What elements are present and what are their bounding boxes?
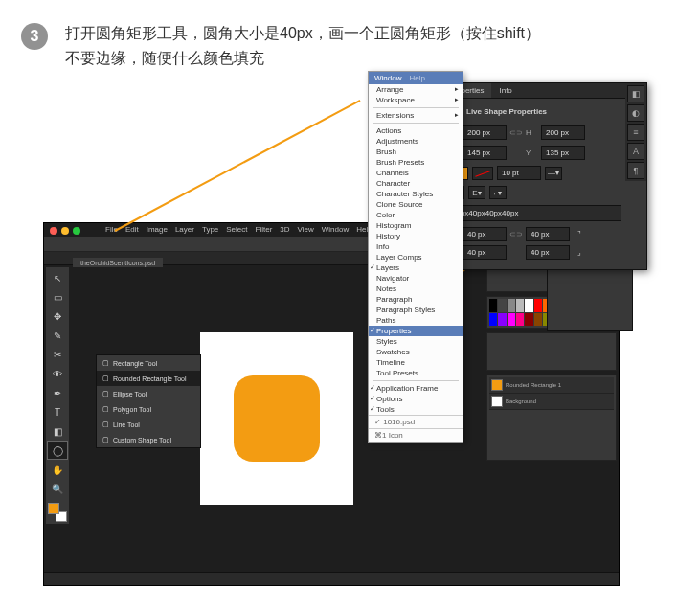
panel-icon[interactable]: A [627,143,644,160]
tool-button[interactable]: ✎ [48,327,67,344]
window-menu-item[interactable]: Tools [369,404,463,415]
stroke-swatch[interactable] [472,167,493,180]
corner-tr-input[interactable]: 40 px [526,227,570,241]
window-menu-item[interactable]: History [369,231,463,241]
tool-button[interactable]: 👁 [48,365,67,382]
window-menu-item[interactable]: Character [369,178,463,189]
flyout-item[interactable]: ▢Custom Shape Tool [97,432,200,447]
swatch[interactable] [498,299,506,312]
window-menu-item[interactable]: Arrange [369,84,463,95]
join-button[interactable]: ⌐▾ [489,186,507,199]
link-icon[interactable]: ⊂⊃ [510,127,522,139]
window-menu-item[interactable]: Properties [369,326,463,336]
help-menu-label[interactable]: Help [409,74,424,82]
window-menu-item[interactable]: Timeline [369,357,463,368]
window-menu-footer[interactable]: ✓ 1016.psd [369,415,463,428]
minimize-icon[interactable] [61,227,69,235]
corner-tl-input[interactable]: 40 px [463,227,507,241]
layer-row[interactable]: Rounded Rectangle 1 [489,377,614,394]
menu-window[interactable]: Window [322,225,349,235]
swatch[interactable] [525,299,532,312]
window-menu-label[interactable]: Window [374,74,401,82]
info-tab[interactable]: Info [491,83,519,98]
swatch[interactable] [508,313,515,327]
stroke-width-input[interactable]: 10 pt [497,166,541,180]
rounded-rectangle-shape[interactable] [234,375,320,462]
swatch[interactable] [489,299,497,312]
window-menu-item[interactable]: Layer Comps [369,252,463,262]
window-menu-item[interactable]: Navigator [369,273,463,284]
close-icon[interactable] [50,227,57,235]
panel-icon[interactable]: ◧ [627,85,644,102]
tool-button[interactable]: ✂ [48,346,67,363]
flyout-item[interactable]: ▢Line Tool [97,417,200,432]
y-input[interactable]: 135 px [541,146,585,160]
menu-view[interactable]: View [298,225,314,235]
panel-icon[interactable]: ◐ [627,104,644,122]
layer-row[interactable]: Background [489,394,614,410]
width-input[interactable]: 200 px [463,125,507,140]
menu-3d[interactable]: 3D [280,225,289,235]
cap-button[interactable]: E▾ [468,186,485,199]
swatch[interactable] [534,299,542,312]
window-menu-item[interactable]: Styles [369,336,463,347]
window-menu-item[interactable]: Paragraph [369,294,463,305]
window-menu-item[interactable]: Extensions [369,110,463,121]
window-menu-item[interactable]: Swatches [369,347,463,357]
window-menu-footer[interactable]: ⌘1 Icon [369,428,463,442]
window-menu-item[interactable]: Channels [369,168,463,178]
x-input[interactable]: 145 px [463,146,507,160]
window-menu-item[interactable]: Clone Source [369,199,463,210]
window-doc-item[interactable]: ✓ 1016.psd [374,418,415,426]
window-menu-item[interactable]: Paths [369,315,463,326]
properties-mini-panel[interactable] [547,264,633,331]
tool-button[interactable]: 🔍 [48,480,67,497]
window-menu-item[interactable]: Notes [369,284,463,294]
layers-panel[interactable]: Rounded Rectangle 1 Background [486,375,617,461]
menu-filter[interactable]: Filter [256,225,273,235]
window-menu-item[interactable]: Info [369,241,463,252]
link-corners-icon[interactable]: ⊂⊃ [510,229,522,240]
flyout-item[interactable]: ▢Polygon Tool [97,401,200,417]
window-menu-item[interactable]: Adjustments [369,136,463,147]
menu-image[interactable]: Image [147,225,168,235]
window-menu-item[interactable]: Layers [369,262,463,273]
window-menu-item[interactable]: Workspace [369,95,463,105]
swatch[interactable] [508,299,515,312]
stroke-type-dropdown[interactable]: —▾ [545,167,562,180]
color-fg-bg[interactable] [48,503,67,522]
tool-button[interactable]: ↖ [48,269,67,286]
tool-button[interactable]: ✥ [48,307,67,325]
corner-summary[interactable]: 40px40px40px40px [447,205,621,221]
window-doc-item[interactable]: ⌘1 Icon [374,431,403,440]
swatch[interactable] [498,313,506,327]
menu-edit[interactable]: Edit [125,225,139,235]
window-menu-item[interactable]: Histogram [369,220,463,231]
corner-bl-input[interactable]: 40 px [463,245,507,260]
flyout-item[interactable]: ▢Rectangle Tool [97,355,200,371]
window-menu-item[interactable]: Brush Presets [369,157,463,168]
height-input[interactable]: 200 px [541,125,585,140]
window-menu-item[interactable]: Actions [369,125,463,136]
window-controls[interactable] [50,227,80,235]
menu-type[interactable]: Type [202,225,218,235]
menu-layer[interactable]: Layer [175,225,194,235]
window-menu-item[interactable]: Paragraph Styles [369,305,463,315]
swatch[interactable] [489,313,497,327]
menu-select[interactable]: Select [226,225,247,235]
window-menu-item[interactable]: Brush [369,147,463,157]
swatch[interactable] [534,313,542,327]
window-menu-item[interactable]: Character Styles [369,189,463,199]
panel-icon[interactable]: ¶ [627,162,644,179]
tool-button[interactable]: ◧ [48,422,67,440]
window-menu-item[interactable]: Options [369,394,463,404]
tool-button[interactable]: ◯ [48,442,67,459]
window-menu-item[interactable]: Color [369,210,463,220]
tool-button[interactable]: ✋ [48,461,67,478]
tool-button[interactable]: ✒ [48,384,67,401]
flyout-item[interactable]: ▢Ellipse Tool [97,386,200,401]
window-menu-item[interactable]: Application Frame [369,383,463,394]
zoom-icon[interactable] [73,227,80,235]
corner-br-input[interactable]: 40 px [526,245,570,260]
panel-icon[interactable]: ≡ [627,124,644,141]
